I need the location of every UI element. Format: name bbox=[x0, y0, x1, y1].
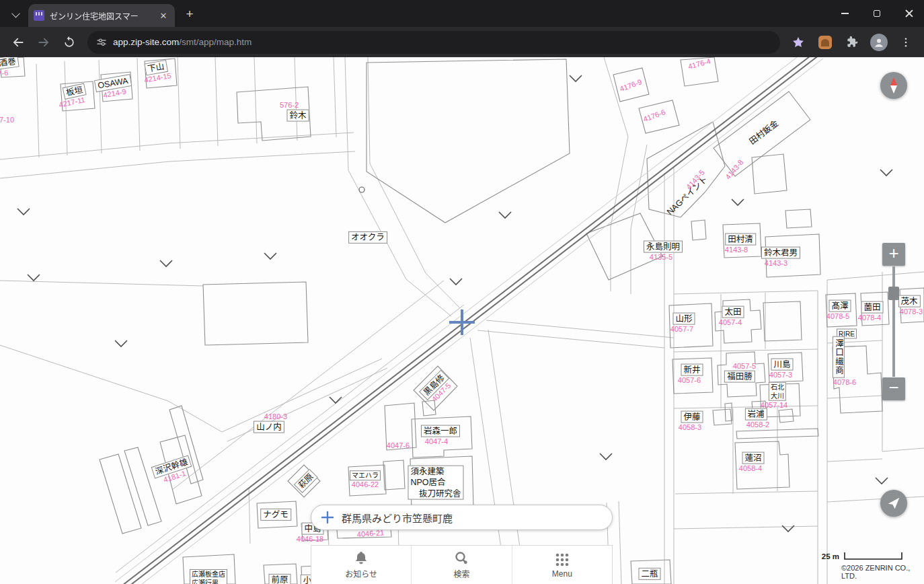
profile-button[interactable] bbox=[868, 31, 890, 54]
plus-icon bbox=[321, 511, 334, 524]
scale-bar bbox=[844, 552, 903, 561]
back-arrow-icon bbox=[11, 35, 26, 50]
compass-button[interactable] bbox=[880, 72, 907, 99]
grid-menu-icon bbox=[554, 552, 570, 568]
browser-toolbar: app.zip-site.com/smt/app/map.htm bbox=[0, 27, 924, 57]
avatar bbox=[870, 34, 888, 51]
puzzle-icon bbox=[845, 36, 859, 49]
chevron-mark bbox=[264, 253, 276, 259]
orange-extension-icon bbox=[818, 36, 832, 49]
navigation-arrow-icon bbox=[887, 497, 900, 510]
person-icon bbox=[873, 36, 885, 48]
address-text: 群馬県みどり市笠懸町鹿 bbox=[342, 511, 453, 525]
chevron-mark bbox=[28, 275, 40, 281]
chevron-mark bbox=[450, 279, 462, 285]
tab-close-icon[interactable]: ✕ bbox=[157, 9, 169, 22]
copyright-text: ©2026 ZENRIN CO., LTD. bbox=[841, 564, 924, 580]
minimize-icon bbox=[841, 13, 849, 14]
search-icon bbox=[453, 550, 469, 567]
gps-locate-button[interactable] bbox=[880, 490, 907, 517]
forward-arrow-icon bbox=[36, 35, 51, 50]
window-minimize-button[interactable] bbox=[837, 5, 853, 22]
address-search-bar[interactable]: 群馬県みどり市笠懸町鹿 bbox=[311, 505, 613, 530]
map-viewport[interactable]: 酒巻7-67-10板垣4217-11OSAWA4214-9下山4214-1557… bbox=[0, 57, 924, 584]
chevron-mark bbox=[732, 199, 744, 205]
url-text: app.zip-site.com/smt/app/map.htm bbox=[113, 37, 252, 47]
chevron-mark bbox=[17, 209, 30, 215]
url-bar[interactable]: app.zip-site.com/smt/app/map.htm bbox=[87, 31, 780, 54]
zenrin-favicon-icon bbox=[34, 10, 44, 21]
chevron-mark bbox=[876, 478, 888, 484]
maximize-icon bbox=[874, 10, 880, 17]
window-maximize-button[interactable] bbox=[869, 5, 885, 22]
tab-search-button[interactable] bbox=[5, 4, 26, 24]
chevron-mark bbox=[600, 453, 612, 460]
chevron-mark bbox=[160, 260, 172, 266]
window-close-button[interactable] bbox=[901, 5, 917, 22]
reload-icon bbox=[63, 36, 76, 49]
browser-tabstrip: ゼンリン住宅地図スマー ✕ + bbox=[0, 0, 924, 27]
bell-icon bbox=[353, 550, 369, 567]
new-tab-button[interactable]: + bbox=[180, 5, 199, 24]
zoom-slider-track[interactable] bbox=[892, 266, 895, 377]
browser-tab[interactable]: ゼンリン住宅地図スマー ✕ bbox=[28, 4, 175, 27]
chevron-down-icon bbox=[11, 9, 20, 17]
forward-button[interactable] bbox=[32, 31, 55, 54]
search-button[interactable]: 検索 bbox=[411, 546, 511, 584]
extensions-menu-button[interactable] bbox=[841, 31, 863, 54]
extension-button[interactable] bbox=[814, 31, 837, 54]
zoom-slider-handle[interactable] bbox=[888, 287, 899, 300]
bookmark-star-button[interactable] bbox=[787, 31, 810, 54]
tab-title: ゼンリン住宅地図スマー bbox=[50, 10, 152, 22]
chevron-mark bbox=[499, 212, 511, 218]
back-button[interactable] bbox=[7, 31, 30, 54]
map-crosshair bbox=[449, 309, 475, 335]
chevron-mark bbox=[880, 170, 892, 176]
menu-button[interactable]: Menu bbox=[512, 546, 612, 584]
chevron-mark bbox=[115, 340, 127, 346]
kebab-menu-icon bbox=[900, 36, 912, 48]
chevron-mark bbox=[570, 75, 582, 81]
search-label: 検索 bbox=[453, 568, 469, 579]
close-icon bbox=[905, 9, 913, 17]
site-settings-icon bbox=[95, 36, 108, 48]
zoom-in-button[interactable]: + bbox=[882, 243, 905, 266]
bottom-action-bar: お知らせ 検索 Menu bbox=[311, 545, 613, 584]
browser-menu-button[interactable] bbox=[894, 31, 917, 54]
notices-label: お知らせ bbox=[345, 568, 377, 579]
menu-label: Menu bbox=[552, 569, 572, 579]
zoom-out-button[interactable]: − bbox=[882, 377, 905, 400]
notices-button[interactable]: お知らせ bbox=[311, 546, 411, 584]
star-icon bbox=[792, 36, 805, 49]
compass-needle-icon bbox=[886, 77, 901, 94]
reload-button[interactable] bbox=[58, 31, 81, 54]
scale-label: 25 m bbox=[806, 552, 839, 560]
